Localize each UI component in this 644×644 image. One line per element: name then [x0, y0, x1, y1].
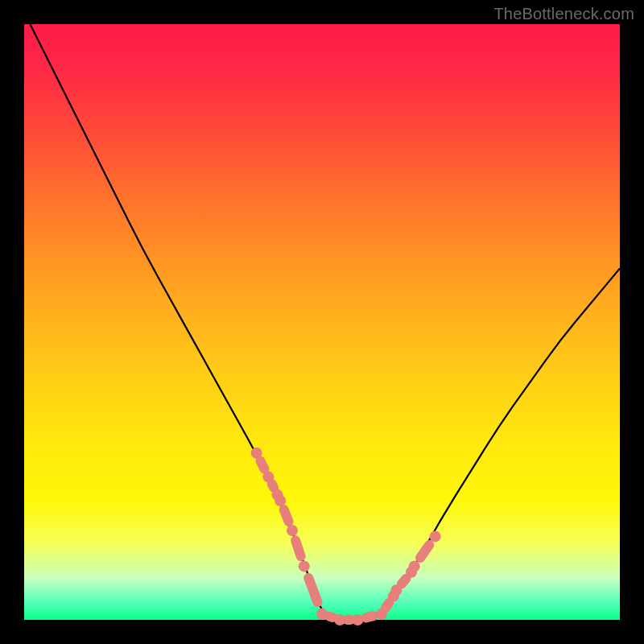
neck-point [275, 495, 286, 506]
neck-point [430, 530, 441, 542]
bottleneck-curve-line [24, 12, 620, 620]
neck-segment [414, 539, 436, 565]
neck-segment [278, 503, 295, 527]
neck-marker-group [251, 448, 441, 625]
bottleneck-curve-svg [24, 24, 620, 620]
neck-point [409, 560, 420, 572]
chart-plot-area [24, 24, 620, 620]
watermark-text: TheBottleneck.com [493, 5, 634, 23]
neck-segment [303, 572, 324, 609]
neck-point [299, 560, 310, 572]
neck-segment [290, 535, 308, 563]
neck-point [287, 525, 298, 536]
